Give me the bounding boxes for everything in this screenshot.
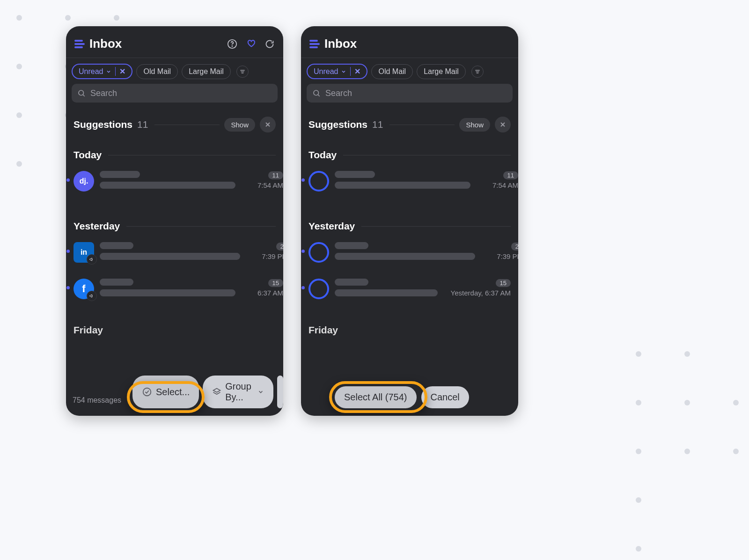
svg-point-1 bbox=[232, 46, 232, 46]
svg-point-9 bbox=[143, 388, 151, 396]
heart-icon[interactable] bbox=[246, 39, 256, 49]
check-circle-icon bbox=[142, 387, 152, 397]
unread-dot-icon bbox=[66, 178, 70, 182]
group-yesterday: Yesterday bbox=[308, 221, 355, 232]
message-row[interactable]: dj. 11 7:54 AM bbox=[73, 164, 276, 194]
suggestions-count: 11 bbox=[137, 119, 148, 130]
svg-line-14 bbox=[318, 95, 320, 96]
message-time: Yesterday, 6:37 AM bbox=[451, 289, 511, 297]
thread-count-badge: 2 bbox=[511, 243, 518, 251]
message-row[interactable]: 15 Yesterday, 6:37 AM bbox=[308, 265, 511, 302]
search-input[interactable] bbox=[325, 88, 507, 98]
suggestions-show-button[interactable]: Show bbox=[459, 118, 490, 132]
thread-count-badge: 2 bbox=[276, 243, 283, 251]
group-today: Today bbox=[308, 149, 337, 161]
suggestions-show-button[interactable]: Show bbox=[224, 118, 255, 132]
search-icon bbox=[77, 89, 86, 97]
search-input[interactable] bbox=[90, 88, 272, 98]
cancel-button[interactable]: Cancel bbox=[421, 386, 469, 408]
suggestions-close-button[interactable] bbox=[260, 117, 276, 133]
filter-settings-icon[interactable] bbox=[236, 66, 249, 78]
message-time: 7:54 AM bbox=[257, 181, 283, 189]
panel-header: Inbox bbox=[66, 26, 283, 58]
suggestions-label: Suggestions bbox=[73, 119, 132, 130]
filter-row: Unread ✕ Old Mail Large Mail bbox=[301, 58, 518, 84]
filter-large-mail[interactable]: Large Mail bbox=[182, 64, 231, 79]
page-title: Inbox bbox=[324, 37, 510, 51]
message-row[interactable]: 2 7:39 PM bbox=[308, 236, 511, 265]
svg-point-5 bbox=[79, 90, 84, 96]
filter-large-mail[interactable]: Large Mail bbox=[417, 64, 466, 79]
message-row[interactable]: 11 7:54 AM bbox=[308, 164, 511, 194]
unread-dot-icon bbox=[301, 250, 305, 253]
filter-row: Unread ✕ Old Mail Large Mail bbox=[66, 58, 283, 84]
megaphone-icon bbox=[87, 254, 97, 265]
suggestions-count: 11 bbox=[372, 119, 383, 130]
inbox-panel-left: Inbox Unread ✕ Old bbox=[66, 26, 283, 416]
suggestions-close-button[interactable] bbox=[495, 117, 511, 133]
filter-old-mail[interactable]: Old Mail bbox=[371, 64, 413, 79]
suggestions-label: Suggestions bbox=[308, 119, 367, 130]
select-button[interactable]: Select... bbox=[132, 376, 199, 408]
help-icon[interactable] bbox=[227, 39, 237, 49]
thread-count-badge: 15 bbox=[496, 279, 511, 287]
thread-count-badge: 11 bbox=[268, 171, 283, 179]
search-icon bbox=[312, 89, 321, 97]
overflow-button[interactable] bbox=[277, 376, 283, 408]
selection-circle[interactable] bbox=[308, 171, 329, 192]
select-all-button[interactable]: Select All (754) bbox=[335, 386, 417, 408]
app-logo-icon bbox=[74, 40, 85, 48]
search-input-container[interactable] bbox=[307, 84, 513, 103]
filter-unread-label: Unread bbox=[314, 67, 338, 76]
group-yesterday: Yesterday bbox=[73, 221, 120, 232]
message-row[interactable]: in 2 7:39 PM bbox=[73, 236, 276, 265]
inbox-panel-right: Inbox Unread ✕ Old Mail Large Mail bbox=[301, 26, 518, 416]
filter-clear-icon[interactable]: ✕ bbox=[115, 67, 125, 76]
filter-unread[interactable]: Unread ✕ bbox=[307, 64, 367, 79]
layers-icon bbox=[212, 387, 221, 397]
filter-clear-icon[interactable]: ✕ bbox=[350, 67, 360, 76]
chevron-down-icon bbox=[341, 69, 346, 74]
search-input-container[interactable] bbox=[72, 84, 278, 103]
group-by-button[interactable]: Group By... bbox=[203, 376, 273, 408]
refresh-icon[interactable] bbox=[264, 39, 275, 49]
message-time: 7:54 AM bbox=[492, 181, 518, 189]
message-count: 754 messages bbox=[73, 396, 121, 405]
message-time: 7:39 PM bbox=[497, 252, 518, 260]
message-time: 7:39 PM bbox=[262, 252, 283, 260]
message-time: 6:37 AM bbox=[257, 289, 283, 297]
message-row[interactable]: f 15 6:37 AM bbox=[73, 265, 276, 302]
filter-old-mail[interactable]: Old Mail bbox=[136, 64, 178, 79]
app-logo-icon bbox=[309, 40, 320, 48]
filter-settings-icon[interactable] bbox=[471, 66, 484, 78]
filter-unread[interactable]: Unread ✕ bbox=[72, 64, 132, 79]
avatar: dj. bbox=[73, 171, 94, 192]
unread-dot-icon bbox=[301, 178, 305, 182]
svg-line-6 bbox=[83, 95, 85, 96]
unread-dot-icon bbox=[66, 250, 70, 253]
avatar: in bbox=[73, 242, 94, 263]
group-today: Today bbox=[73, 149, 102, 161]
avatar: f bbox=[73, 279, 94, 299]
page-title: Inbox bbox=[89, 37, 227, 51]
chevron-down-icon bbox=[106, 69, 111, 74]
unread-dot-icon bbox=[66, 286, 70, 289]
chevron-down-icon bbox=[257, 389, 264, 395]
megaphone-icon bbox=[87, 291, 97, 301]
filter-unread-label: Unread bbox=[79, 67, 103, 76]
group-friday: Friday bbox=[73, 324, 103, 336]
panel-header: Inbox bbox=[301, 26, 518, 58]
svg-point-13 bbox=[314, 90, 319, 96]
selection-circle[interactable] bbox=[308, 242, 329, 263]
selection-circle[interactable] bbox=[308, 279, 329, 299]
thread-count-badge: 15 bbox=[268, 279, 283, 287]
unread-dot-icon bbox=[301, 286, 305, 289]
thread-count-badge: 11 bbox=[503, 171, 518, 179]
group-friday: Friday bbox=[308, 324, 338, 336]
